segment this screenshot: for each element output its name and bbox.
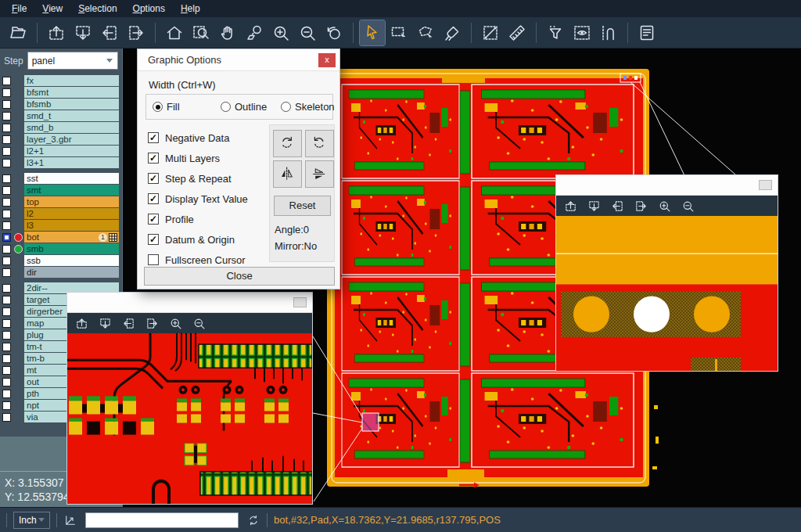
layer-row-ssb[interactable]: ssb xyxy=(0,255,122,266)
inset-zoom-view-pcb-detail[interactable] xyxy=(67,333,312,504)
unit-select[interactable]: Inch xyxy=(13,512,50,529)
selection-highlight-box[interactable] xyxy=(362,413,379,431)
menu-options[interactable]: Options xyxy=(126,2,172,16)
layer-name[interactable]: smt xyxy=(24,185,119,196)
corner-snap-icon[interactable] xyxy=(63,513,77,527)
radio-fill[interactable]: Fill xyxy=(153,101,180,113)
pan-button[interactable] xyxy=(215,20,240,45)
layer-visibility-checkbox[interactable] xyxy=(2,354,11,363)
open-folder-button[interactable] xyxy=(5,20,31,45)
select-polygon-button[interactable] xyxy=(413,20,438,45)
layer-visibility-checkbox[interactable] xyxy=(2,159,11,167)
measure-button[interactable] xyxy=(478,20,503,45)
reset-button[interactable]: Reset xyxy=(274,196,331,216)
refresh-icon[interactable] xyxy=(246,513,260,527)
layer-row-bot[interactable]: bot1 xyxy=(0,232,122,243)
checkbox-negative-data[interactable]: ✓Negative Data xyxy=(148,128,248,148)
checkbox-step-repeat[interactable]: ✓Step & Repeat xyxy=(148,168,248,189)
layer-visibility-checkbox[interactable] xyxy=(2,307,11,316)
zoom-previous-button[interactable] xyxy=(321,20,347,45)
step-left-button[interactable] xyxy=(611,200,624,213)
layer-visibility-checkbox[interactable] xyxy=(2,331,11,340)
layer-name[interactable]: smd_b xyxy=(24,122,119,133)
layer-row-fx[interactable]: fx xyxy=(0,75,122,86)
inset-window-button[interactable] xyxy=(293,297,307,307)
zoom-object-button[interactable] xyxy=(242,20,267,45)
layer-name[interactable]: ssb xyxy=(24,255,119,266)
layer-visibility-checkbox[interactable] xyxy=(2,124,11,132)
layer-row-bfsmt[interactable]: bfsmt xyxy=(0,87,122,98)
layer-visibility-checkbox[interactable] xyxy=(2,343,11,351)
dialog-title-bar[interactable]: Graphic Options x xyxy=(138,49,339,71)
dialog-close-button[interactable]: x xyxy=(318,53,336,67)
layer-row-smt[interactable]: smt xyxy=(0,185,122,196)
step-select[interactable]: panel xyxy=(27,52,118,70)
layer-name[interactable]: l3+1 xyxy=(24,157,119,168)
layer-visibility-checkbox[interactable] xyxy=(2,135,11,144)
layer-visibility-checkbox[interactable] xyxy=(2,268,11,277)
checkbox-box[interactable]: ✓ xyxy=(148,193,159,204)
step-right-button[interactable] xyxy=(124,20,149,45)
layer-name[interactable]: l2 xyxy=(24,208,119,219)
layer-name[interactable]: dir xyxy=(24,267,119,278)
layer-visibility-checkbox[interactable] xyxy=(2,174,11,183)
layer-name[interactable]: layer_3.gbr xyxy=(24,134,119,145)
layer-name[interactable]: fx xyxy=(24,75,119,86)
layer-visibility-checkbox[interactable] xyxy=(2,413,11,422)
layer-name[interactable]: bfsmt xyxy=(24,87,119,98)
report-button[interactable] xyxy=(634,20,659,45)
layer-row-l3+1[interactable]: l3+1 xyxy=(0,157,122,168)
layer-visibility-checkbox[interactable] xyxy=(2,390,11,398)
step-up-button[interactable] xyxy=(44,20,69,45)
layer-visibility-checkbox[interactable] xyxy=(2,257,11,265)
layer-row-smd_t[interactable]: smd_t xyxy=(0,110,122,121)
layer-name[interactable]: smb xyxy=(24,243,119,254)
layer-visibility-checkbox[interactable] xyxy=(2,147,11,156)
checkbox-profile[interactable]: ✓Profile xyxy=(148,209,248,229)
net-trace-button[interactable] xyxy=(596,20,621,45)
layer-visibility-checkbox[interactable] xyxy=(2,319,11,328)
step-left-button[interactable] xyxy=(97,20,122,45)
layer-visibility-checkbox[interactable] xyxy=(2,77,11,85)
layer-visibility-checkbox[interactable] xyxy=(2,401,11,410)
layer-row-smb[interactable]: smb xyxy=(0,243,122,254)
checkbox-display-text-value[interactable]: ✓Display Text Value xyxy=(148,189,248,209)
layer-name[interactable]: l3 xyxy=(24,220,119,231)
checkbox-box[interactable]: ✓ xyxy=(148,173,159,184)
checkbox-box[interactable]: ✓ xyxy=(148,234,159,245)
layer-row-sst[interactable]: sst xyxy=(0,173,122,184)
step-right-button[interactable] xyxy=(634,200,648,213)
menu-selection[interactable]: Selection xyxy=(71,2,124,16)
layer-row-dir[interactable]: dir xyxy=(0,267,122,278)
checkbox-datum-origin[interactable]: ✓Datum & Origin xyxy=(148,229,248,250)
layer-visibility-checkbox[interactable] xyxy=(2,296,11,304)
layer-visibility-checkbox[interactable] xyxy=(2,284,11,293)
step-up-button[interactable] xyxy=(564,200,577,213)
home-button[interactable] xyxy=(162,20,187,45)
checkbox-multi-layers[interactable]: ✓Multi Layers xyxy=(148,148,248,168)
rotate-ccw-button[interactable] xyxy=(305,130,334,157)
layer-name[interactable]: top xyxy=(24,196,119,207)
rotate-cw-button[interactable] xyxy=(273,130,302,157)
step-left-button[interactable] xyxy=(122,317,135,330)
layer-row-bfsmb[interactable]: bfsmb xyxy=(0,99,122,110)
layer-visibility-checkbox[interactable] xyxy=(2,186,11,195)
layer-name[interactable]: bot1 xyxy=(24,232,119,243)
menu-file[interactable]: File xyxy=(5,2,34,16)
layer-visibility-checkbox[interactable] xyxy=(2,210,11,218)
layer-row-smd_b[interactable]: smd_b xyxy=(0,122,122,133)
step-up-button[interactable] xyxy=(75,317,88,330)
checkbox-box[interactable] xyxy=(148,254,159,265)
layer-name[interactable]: smd_t xyxy=(24,110,119,121)
select-rect-button[interactable] xyxy=(386,20,411,45)
checkbox-box[interactable]: ✓ xyxy=(148,214,159,225)
menu-help[interactable]: Help xyxy=(174,2,207,16)
layer-name[interactable]: bfsmb xyxy=(24,99,119,110)
layer-row-top[interactable]: top xyxy=(0,196,122,207)
step-down-button[interactable] xyxy=(70,20,95,45)
radio-skeleton[interactable]: Skeleton xyxy=(281,101,335,113)
layer-visibility-checkbox[interactable] xyxy=(2,100,11,109)
layer-visibility-checkbox[interactable] xyxy=(2,366,11,375)
zoom-in-button[interactable] xyxy=(658,200,671,213)
inset-zoom-view-fiducial[interactable] xyxy=(556,216,778,371)
